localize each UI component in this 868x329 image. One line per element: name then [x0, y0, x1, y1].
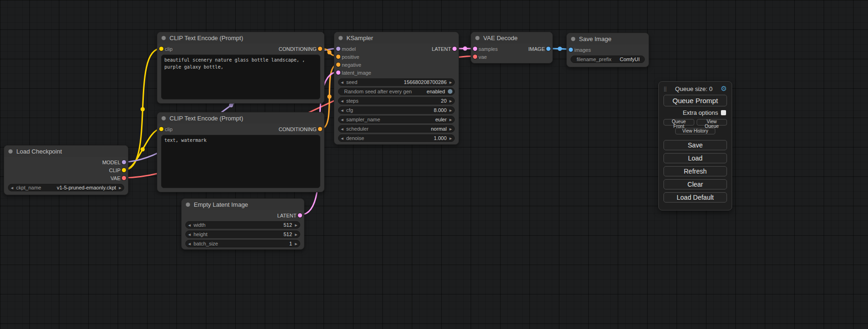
increment-arrow-icon[interactable]: ▶	[450, 109, 452, 112]
widget-value: normal	[431, 126, 447, 132]
widget-value: 512	[283, 222, 292, 228]
increment-arrow-icon[interactable]: ▶	[450, 118, 452, 121]
load-button[interactable]: Load	[663, 153, 727, 163]
decrement-arrow-icon[interactable]: ◀	[188, 242, 191, 245]
node-title-bar[interactable]: KSampler	[334, 32, 459, 43]
node-vae-decode[interactable]: VAE Decode samples IMAGE vae	[471, 32, 553, 63]
input-port-vae[interactable]	[473, 55, 477, 59]
increment-arrow-icon[interactable]: ▶	[119, 186, 121, 189]
drag-handle-icon[interactable]: ⣿	[663, 86, 667, 91]
load-default-button[interactable]: Load Default	[663, 192, 727, 203]
node-empty-latent-image[interactable]: Empty Latent Image LATENT ◀ width 512 ▶ …	[181, 198, 304, 250]
node-clip-text-encode-negative[interactable]: CLIP Text Encode (Prompt) clip CONDITION…	[157, 112, 325, 192]
toggle-knob-icon[interactable]	[448, 89, 452, 94]
decrement-arrow-icon[interactable]: ◀	[341, 127, 343, 131]
decrement-arrow-icon[interactable]: ◀	[341, 118, 343, 121]
collapse-dot-icon[interactable]	[162, 116, 166, 120]
link-clip-to-positive-prompt	[124, 49, 161, 170]
widget-value: 20	[441, 98, 446, 104]
input-port-negative[interactable]	[336, 63, 340, 67]
view-queue-button[interactable]: View Queue	[697, 119, 727, 126]
increment-arrow-icon[interactable]: ▶	[295, 233, 297, 236]
increment-arrow-icon[interactable]: ▶	[295, 242, 297, 245]
input-port-latent-image[interactable]	[336, 70, 340, 75]
input-label: samples	[479, 46, 498, 52]
node-title-bar[interactable]: CLIP Text Encode (Prompt)	[157, 32, 324, 43]
output-port-conditioning[interactable]	[318, 127, 322, 131]
widget-denoise[interactable]: ◀ denoise 1.000 ▶	[338, 134, 455, 142]
collapse-dot-icon[interactable]	[162, 36, 166, 40]
output-port-conditioning[interactable]	[318, 47, 322, 51]
collapse-dot-icon[interactable]	[339, 36, 343, 40]
collapse-dot-icon[interactable]	[186, 203, 190, 207]
decrement-arrow-icon[interactable]: ◀	[11, 186, 13, 189]
increment-arrow-icon[interactable]: ▶	[450, 99, 452, 103]
output-row-clip: CLIP	[4, 166, 128, 174]
decrement-arrow-icon[interactable]: ◀	[341, 137, 343, 140]
input-port-clip[interactable]	[159, 47, 163, 51]
widget-label: seed	[346, 79, 357, 85]
node-ksampler[interactable]: KSampler model LATENT positive negative …	[334, 32, 459, 145]
collapse-dot-icon[interactable]	[571, 37, 575, 41]
widget-sampler-name[interactable]: ◀ sampler_name euler ▶	[338, 116, 455, 123]
increment-arrow-icon[interactable]: ▶	[450, 127, 452, 131]
increment-arrow-icon[interactable]: ▶	[295, 224, 297, 227]
decrement-arrow-icon[interactable]: ◀	[188, 233, 191, 236]
input-port-samples[interactable]	[473, 47, 477, 51]
widget-width[interactable]: ◀ width 512 ▶	[185, 221, 300, 229]
node-save-image[interactable]: Save Image images filename_prefix ComfyU…	[566, 33, 649, 67]
save-button[interactable]: Save	[663, 140, 727, 150]
node-title-bar[interactable]: VAE Decode	[471, 32, 552, 43]
output-label: IMAGE	[529, 46, 545, 52]
output-port-clip[interactable]	[122, 168, 126, 172]
widget-value: 8.000	[434, 107, 447, 113]
decrement-arrow-icon[interactable]: ◀	[188, 224, 191, 227]
node-clip-text-encode-positive[interactable]: CLIP Text Encode (Prompt) clip CONDITION…	[157, 32, 325, 104]
widget-label: Random seed after every gen	[344, 89, 412, 94]
node-load-checkpoint[interactable]: Load Checkpoint MODEL CLIP VAE ◀ ckpt_na…	[4, 145, 128, 195]
output-row-latent: LATENT	[182, 211, 304, 219]
port-row-samples-image: samples IMAGE	[471, 45, 552, 53]
output-port-model[interactable]	[122, 160, 126, 164]
extra-options-checkbox[interactable]	[721, 110, 726, 115]
view-history-button[interactable]: View History	[675, 128, 715, 134]
decrement-arrow-icon[interactable]: ◀	[341, 109, 343, 112]
widget-random-seed-toggle[interactable]: Random seed after every gen enabled	[338, 88, 455, 95]
widget-height[interactable]: ◀ height 512 ▶	[185, 231, 300, 238]
widget-ckpt-name[interactable]: ◀ ckpt_name v1-5-pruned-emaonly.ckpt ▶	[8, 184, 124, 191]
output-port-vae[interactable]	[122, 176, 126, 180]
positive-prompt-textarea[interactable]: beautiful scenery nature glass bottle la…	[161, 55, 320, 99]
increment-arrow-icon[interactable]: ▶	[450, 81, 452, 84]
input-port-clip[interactable]	[159, 127, 163, 131]
queue-front-button[interactable]: Queue Front	[663, 119, 694, 126]
widget-scheduler[interactable]: ◀ scheduler normal ▶	[338, 125, 455, 133]
graph-canvas[interactable]: Load Checkpoint MODEL CLIP VAE ◀ ckpt_na…	[0, 0, 868, 329]
output-port-latent[interactable]	[452, 47, 457, 51]
input-port-images[interactable]	[569, 48, 573, 52]
widget-seed[interactable]: ◀ seed 156680208700286 ▶	[338, 78, 455, 86]
widget-filename-prefix[interactable]: filename_prefix ComfyUI	[571, 56, 645, 63]
decrement-arrow-icon[interactable]: ◀	[341, 81, 343, 84]
collapse-dot-icon[interactable]	[475, 36, 480, 40]
decrement-arrow-icon[interactable]: ◀	[341, 99, 343, 103]
output-port-image[interactable]	[546, 47, 550, 51]
widget-batch-size[interactable]: ◀ batch_size 1 ▶	[185, 240, 300, 247]
widget-label: sampler_name	[346, 117, 380, 122]
input-port-positive[interactable]	[336, 55, 340, 59]
refresh-button[interactable]: Refresh	[663, 166, 727, 176]
queue-prompt-button[interactable]: Queue Prompt	[663, 95, 727, 106]
input-port-model[interactable]	[336, 47, 340, 51]
widget-steps[interactable]: ◀ steps 20 ▶	[338, 97, 455, 105]
node-title-bar[interactable]: Load Checkpoint	[4, 146, 128, 157]
node-title-bar[interactable]: Empty Latent Image	[182, 199, 304, 210]
collapse-dot-icon[interactable]	[8, 149, 13, 154]
clear-button[interactable]: Clear	[663, 179, 727, 189]
increment-arrow-icon[interactable]: ▶	[450, 137, 452, 140]
settings-gear-icon[interactable]: ⚙	[721, 84, 727, 93]
node-title-bar[interactable]: Save Image	[567, 33, 649, 44]
negative-prompt-textarea[interactable]: text, watermark	[161, 135, 320, 188]
output-port-latent[interactable]	[298, 213, 302, 217]
node-title-bar[interactable]: CLIP Text Encode (Prompt)	[157, 112, 324, 124]
widget-value: enabled	[427, 89, 445, 94]
widget-cfg[interactable]: ◀ cfg 8.000 ▶	[338, 106, 455, 114]
